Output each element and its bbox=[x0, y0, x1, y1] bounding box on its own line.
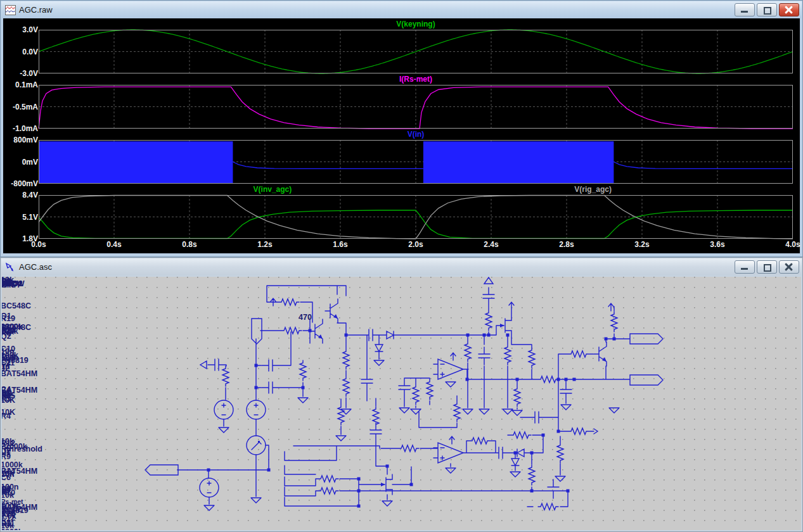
y-axis-label: 8.4V bbox=[3, 191, 38, 200]
window-title: AGC.asc bbox=[19, 262, 52, 272]
component-label[interactable]: J2 bbox=[2, 364, 10, 373]
y-axis-label: -0.5mA bbox=[3, 103, 38, 111]
x-axis-label: 2.8s bbox=[559, 240, 574, 249]
component-label[interactable]: D3 bbox=[2, 519, 11, 528]
component-label[interactable]: BC548C bbox=[2, 301, 31, 310]
plot-pane[interactable] bbox=[39, 85, 793, 129]
x-axis-label: 0.4s bbox=[106, 240, 121, 249]
trace-label[interactable]: V(in) bbox=[408, 130, 425, 139]
window-title: AGC.raw bbox=[19, 5, 53, 15]
component-label[interactable]: BAT54HM bbox=[2, 467, 37, 476]
y-axis-label: 0.1mA bbox=[3, 80, 38, 89]
signal-burst bbox=[423, 141, 613, 184]
y-axis-label: 5.1V bbox=[3, 213, 38, 222]
component-label[interactable]: 2N3819 bbox=[2, 356, 29, 365]
maximize-icon bbox=[764, 264, 771, 272]
plot-pane[interactable] bbox=[39, 30, 793, 73]
x-axis-label: 1.6s bbox=[333, 240, 347, 249]
schematic-window: AGC.asc R810k+VR110kQ2BC548CQ1BC548CC210… bbox=[0, 257, 803, 532]
waveform-window: AGC.raw V(keyning)3.0V0.0V-3.0VI(Rs-met)… bbox=[0, 0, 803, 257]
y-axis-label: 3.0V bbox=[3, 25, 38, 34]
trace bbox=[613, 162, 793, 169]
x-axis-label: 2.4s bbox=[484, 240, 498, 249]
component-label[interactable]: FAST bbox=[2, 281, 21, 289]
schematic-grid bbox=[2, 277, 801, 530]
x-axis-label: 0.8s bbox=[182, 240, 196, 249]
y-axis-label: -800mV bbox=[3, 179, 38, 188]
component-label[interactable]: 6800k bbox=[2, 528, 23, 530]
minimize-icon bbox=[741, 268, 748, 270]
maximize-button[interactable] bbox=[757, 260, 777, 274]
component-label[interactable]: 1000k bbox=[2, 322, 23, 331]
x-axis-label: 3.2s bbox=[634, 240, 649, 249]
schematic-titlebar[interactable]: AGC.asc bbox=[1, 258, 802, 276]
plot-area[interactable]: V(keyning)3.0V0.0V-3.0VI(Rs-met)0.1mA-0.… bbox=[3, 18, 800, 253]
close-button[interactable] bbox=[779, 3, 799, 16]
minimize-button[interactable] bbox=[735, 3, 755, 16]
x-axis-label: 2.0s bbox=[408, 240, 423, 249]
close-button[interactable] bbox=[779, 260, 799, 274]
y-axis-label: 0.0V bbox=[3, 48, 38, 56]
waveform-window-icon bbox=[5, 5, 16, 15]
trace-label[interactable]: I(Rs-met) bbox=[399, 75, 432, 84]
trace bbox=[39, 30, 793, 73]
y-axis-label: -1.0mA bbox=[3, 124, 38, 133]
component-label[interactable]: 100k bbox=[2, 502, 18, 510]
component-label[interactable]: 10K bbox=[2, 408, 15, 417]
maximize-icon bbox=[764, 7, 771, 15]
x-axis-label: 3.6s bbox=[710, 240, 724, 249]
minimize-button[interactable] bbox=[735, 260, 755, 274]
component-label[interactable]: R19 bbox=[2, 314, 15, 323]
signal-burst bbox=[39, 141, 233, 184]
trace-label[interactable]: V(rig_agc) bbox=[574, 185, 612, 194]
trace-label[interactable]: V(inv_agc) bbox=[254, 185, 292, 194]
x-axis-label: 4.0s bbox=[785, 240, 800, 249]
component-label[interactable]: 10n bbox=[2, 347, 15, 356]
schematic-canvas[interactable]: R810k+VR110kQ2BC548CQ1BC548CC2100nD8BAT5… bbox=[2, 277, 801, 530]
plot-pane[interactable] bbox=[39, 140, 793, 184]
y-axis-label: -3.0V bbox=[3, 69, 38, 78]
component-label[interactable]: 470 bbox=[299, 313, 312, 322]
component-label[interactable]: D4 bbox=[2, 485, 11, 494]
schematic-area[interactable]: R810k+VR110kQ2BC548CQ1BC548CC2100nD8BAT5… bbox=[2, 277, 801, 530]
component-label[interactable]: Rthreshold bbox=[2, 445, 42, 453]
component-label[interactable]: 10k bbox=[2, 390, 14, 398]
y-axis-label: 800mV bbox=[3, 136, 38, 144]
component-label[interactable]: R16 bbox=[2, 509, 15, 518]
waveform-titlebar[interactable]: AGC.raw bbox=[1, 1, 802, 18]
plot-pane[interactable] bbox=[39, 195, 793, 239]
minimize-icon bbox=[741, 11, 748, 13]
maximize-button[interactable] bbox=[757, 3, 777, 16]
schematic-window-icon bbox=[5, 262, 16, 272]
x-axis-label: 0.0s bbox=[31, 240, 46, 249]
trace bbox=[233, 162, 423, 169]
x-axis-label: 1.2s bbox=[257, 240, 272, 249]
trace-label[interactable]: V(keyning) bbox=[396, 20, 435, 28]
y-axis-label: 0mV bbox=[3, 158, 38, 167]
